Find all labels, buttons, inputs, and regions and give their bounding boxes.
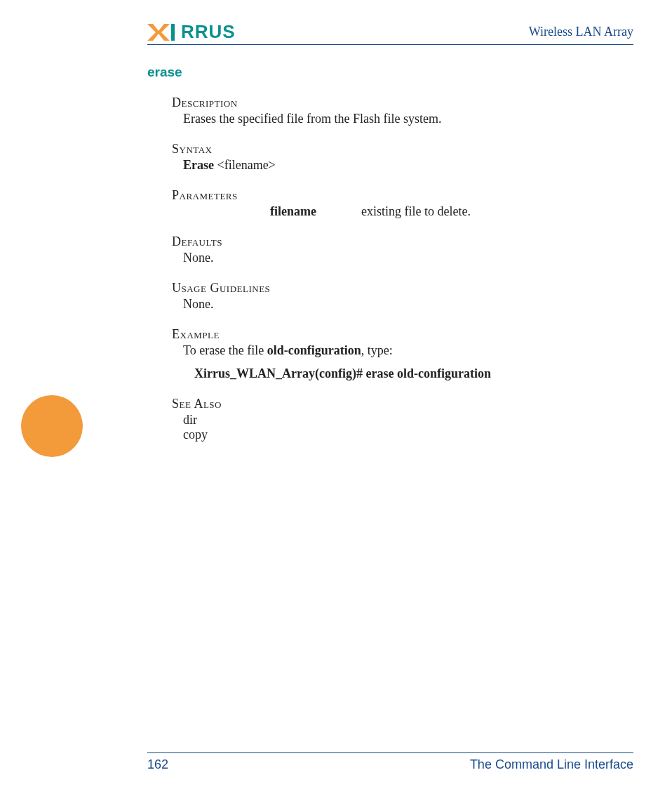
label-example: Example: [172, 327, 633, 342]
label-usage: Usage Guidelines: [172, 281, 633, 296]
syntax-body: Erase <filename>: [183, 158, 633, 173]
page-footer: 162 The Command Line Interface: [39, 752, 633, 772]
description-text: Erases the specified file from the Flash…: [183, 112, 633, 126]
section-parameters: Parameters filename existing file to del…: [172, 188, 633, 219]
label-seealso: See Also: [172, 397, 633, 411]
example-prefix: To erase the file: [183, 343, 267, 357]
section-example: Example To erase the file old-configurat…: [172, 327, 633, 381]
label-syntax: Syntax: [172, 142, 633, 157]
parameter-name: filename: [270, 204, 361, 219]
logo-text: RRUS: [181, 21, 236, 43]
section-usage: Usage Guidelines None.: [172, 281, 633, 312]
parameter-desc: existing file to delete.: [361, 204, 471, 219]
parameters-row: filename existing file to delete.: [270, 204, 633, 219]
footer-title: The Command Line Interface: [470, 757, 633, 772]
doc-title: Wireless LAN Array: [529, 25, 633, 39]
section-seealso: See Also dir copy: [172, 397, 633, 442]
syntax-arg: <filename>: [214, 158, 276, 172]
section-defaults: Defaults None.: [172, 234, 633, 265]
seealso-item-dir: dir: [183, 413, 633, 427]
example-suffix: , type:: [361, 343, 393, 357]
example-command: Xirrus_WLAN_Array(config)# erase old-con…: [194, 366, 633, 381]
syntax-command: Erase: [183, 158, 214, 172]
svg-marker-0: [147, 24, 170, 41]
seealso-list: dir copy: [183, 413, 633, 442]
label-parameters: Parameters: [172, 188, 633, 203]
seealso-item-copy: copy: [183, 427, 633, 442]
example-bold-file: old-configuration: [267, 343, 361, 357]
section-description: Description Erases the specified file fr…: [172, 95, 633, 126]
page-number: 162: [147, 757, 168, 772]
xirrus-x-icon: [147, 24, 180, 41]
header-row: RRUS Wireless LAN Array: [147, 21, 633, 45]
orange-circle-icon: [21, 395, 83, 457]
usage-text: None.: [183, 297, 633, 312]
command-name: erase: [147, 65, 633, 80]
svg-rect-1: [171, 24, 175, 41]
defaults-text: None.: [183, 251, 633, 265]
label-description: Description: [172, 95, 633, 110]
brand-logo: RRUS: [147, 21, 236, 43]
section-syntax: Syntax Erase <filename>: [172, 142, 633, 173]
example-intro: To erase the file old-configuration, typ…: [183, 343, 633, 358]
label-defaults: Defaults: [172, 234, 633, 249]
